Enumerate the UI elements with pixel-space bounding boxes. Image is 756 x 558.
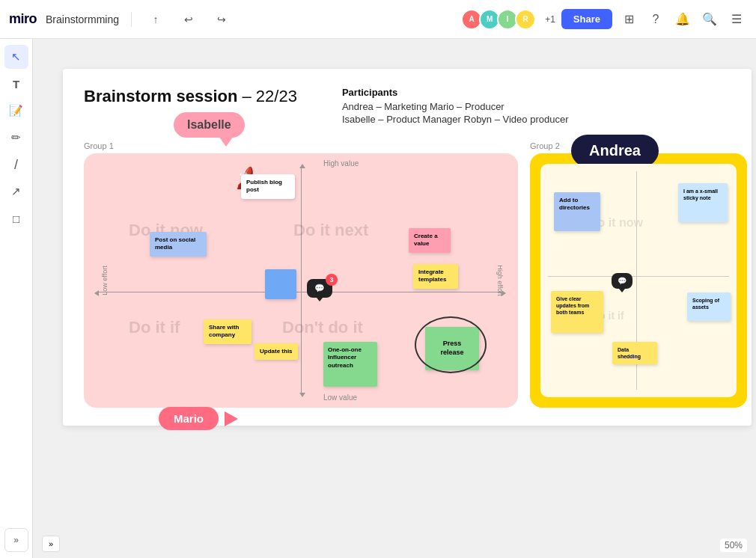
- upload-button[interactable]: ↑: [144, 7, 168, 31]
- give-sticky[interactable]: Give clear updates from both teams: [551, 291, 603, 333]
- andrea-bubble: Andrea: [571, 135, 659, 167]
- low-effort-label: Low effort: [101, 266, 109, 295]
- toolbar-right: A M I R +1 Share ⊞ ? 🔔 🔍 ☰: [461, 9, 747, 30]
- mario-label: Mario: [159, 407, 238, 430]
- board-main-title: Brainstorm session – 22/23: [84, 87, 297, 106]
- chat-badge: 3: [326, 274, 338, 286]
- do-it-next-label: Do it next: [293, 221, 368, 240]
- undo-button[interactable]: ↩: [177, 7, 201, 31]
- text-tool[interactable]: T: [4, 72, 28, 96]
- select-tool[interactable]: ↖: [4, 45, 28, 69]
- pen-tool[interactable]: ✏: [4, 126, 28, 150]
- do-it-if-label: Do it if: [129, 318, 180, 337]
- blue-square[interactable]: [265, 269, 296, 299]
- group2-inner: Do it now Do it if Add to directories: [540, 164, 737, 397]
- avatar: R: [515, 9, 536, 30]
- high-value-label: High value: [323, 159, 359, 168]
- note-tool[interactable]: 📝: [4, 99, 28, 123]
- search-icon[interactable]: 🔍: [699, 9, 720, 30]
- board-title-tab[interactable]: Brainstormming: [46, 13, 119, 25]
- apps-icon[interactable]: ☰: [726, 9, 747, 30]
- add-dir-sticky[interactable]: Add to directories: [554, 192, 600, 231]
- shape-tool[interactable]: □: [4, 206, 28, 230]
- share-sticky[interactable]: Share with company: [204, 319, 252, 344]
- integrate-sticky[interactable]: Integrate templates: [413, 264, 458, 289]
- separator: [131, 12, 132, 27]
- avatar-group: A M I R: [461, 9, 536, 30]
- avatar-count: +1: [545, 14, 555, 25]
- group2: Group 2 Andrea Do it now Do it if: [530, 141, 747, 408]
- social-sticky[interactable]: Post on social media: [150, 232, 207, 257]
- vertical-axis: [301, 168, 302, 393]
- participants-label: Participants: [342, 87, 569, 98]
- line-tool[interactable]: /: [4, 153, 28, 177]
- share-button[interactable]: Share: [561, 9, 612, 29]
- board: Brainstorm session – 22/23 Participants …: [63, 69, 752, 426]
- redo-button[interactable]: ↪: [210, 7, 234, 31]
- axis-h-2: [548, 276, 729, 277]
- group1-label: Group 1: [84, 141, 518, 150]
- small-sticky[interactable]: I am a x-small sticky note: [678, 183, 728, 222]
- create-sticky[interactable]: Create a value: [409, 228, 451, 253]
- scoping-sticky[interactable]: Scoping of assets: [687, 292, 731, 321]
- participants-section: Participants Andrea – Marketing Mario – …: [342, 87, 569, 126]
- group2-board[interactable]: Andrea Do it now Do it if: [530, 153, 747, 408]
- group1-board[interactable]: Isabelle High value Low value Low effort: [84, 153, 518, 408]
- bell-icon[interactable]: 🔔: [672, 9, 693, 30]
- help-icon[interactable]: ?: [645, 9, 666, 30]
- participants-row1: Andrea – Marketing Mario – Producer: [342, 101, 569, 112]
- expand-tools[interactable]: »: [4, 528, 28, 552]
- toolbar: miro Brainstormming ↑ ↩ ↪ A M I R +1 Sha…: [0, 0, 756, 39]
- data-sticky[interactable]: Data shedding: [612, 342, 657, 364]
- zoom-indicator: 50%: [720, 539, 747, 552]
- press-release-sticky[interactable]: Press release: [425, 327, 479, 370]
- adjust-icon[interactable]: ⊞: [618, 9, 639, 30]
- arrow-tool[interactable]: ↗: [4, 180, 28, 203]
- dont-do-it-label: Don't do it: [282, 318, 363, 337]
- arrow-up: [299, 164, 305, 168]
- isabelle-arrow: [219, 136, 234, 147]
- one-on-one-sticky[interactable]: One-on-one Influencer outreach: [323, 342, 377, 387]
- isabelle-bubble: Isabelle: [174, 112, 245, 138]
- left-sidebar: ↖ T 📝 ✏ / ↗ □ »: [0, 39, 33, 558]
- publish-sticky[interactable]: Publish blog post: [241, 174, 295, 199]
- arrow-left: [94, 290, 99, 296]
- participants-row2: Isabelle – Product Manager Robyn – Video…: [342, 114, 569, 125]
- high-effort-label: High effort: [496, 265, 503, 295]
- canvas[interactable]: Brainstorm session – 22/23 Participants …: [33, 39, 756, 558]
- update-sticky[interactable]: Update this: [254, 343, 298, 360]
- chat-bubble-group2[interactable]: 💬: [612, 273, 632, 289]
- sidebar-expand-bottom[interactable]: »: [42, 536, 60, 552]
- mario-arrow: [225, 411, 238, 426]
- mario-bubble: Mario: [159, 407, 219, 430]
- app-logo: miro: [9, 11, 37, 27]
- chat-bubble-group1[interactable]: 💬 3: [307, 279, 332, 298]
- isabelle-label: Isabelle: [174, 112, 245, 147]
- group1: Group 1 Isabelle: [84, 141, 518, 408]
- low-value-label: Low value: [323, 393, 357, 402]
- groups-area: Group 1 Isabelle: [84, 141, 731, 408]
- canvas-wrapper: ↖ T 📝 ✏ / ↗ □ » Brainstorm session – 22/…: [0, 39, 756, 558]
- arrow-down: [299, 393, 305, 397]
